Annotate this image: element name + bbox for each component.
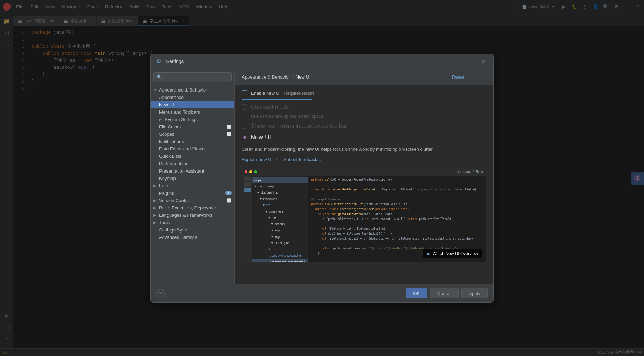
breadcrumb-separator: › [292, 74, 293, 80]
tree-label-new-ui: New UI [159, 102, 174, 107]
breadcrumb-current: New UI [296, 74, 311, 80]
tree-item-presentation-assistant[interactable]: Presentation Assistant [151, 167, 234, 175]
page-icon-file-colors: ⬜ [227, 125, 232, 129]
content-header: Appearance & Behavior › New UI Reset ← → [235, 69, 493, 85]
tree-item-menus-toolbars[interactable]: Menus and Toolbars [151, 108, 234, 116]
tree-label-presentation: Presentation Assistant [159, 168, 204, 174]
settings-dialog-icon: ⚙ [156, 58, 163, 65]
breadcrumb-parent: Appearance & Behavior [242, 74, 290, 80]
preview-toolbar: IDEA ◀ ▶ ⋮ 🔍 ⚙ [242, 168, 486, 176]
settings-tree-scroll[interactable]: ▼ Appearance & Behavior Appearance New U… [151, 85, 234, 284]
expand-build-icon: ▶ [153, 206, 158, 210]
tree-item-build-exec[interactable]: ▶ Build, Execution, Deployment [151, 204, 234, 211]
tree-item-appearance[interactable]: Appearance [151, 94, 234, 101]
settings-tree-panel: 🔍 ▼ Appearance & Behavior Appearance New… [151, 69, 235, 284]
page-icon-vc: ⬜ [227, 198, 232, 203]
enable-new-ui-checkbox[interactable] [242, 90, 247, 96]
tree-label-editor: Editor [159, 183, 171, 188]
tree-label-path-variables: Path Variables [159, 161, 189, 166]
settings-dialog: ⚙ Settings ✕ 🔍 ▼ Appearance & Behavior A… [150, 54, 494, 303]
tree-label-menus: Menus and Toolbars [159, 109, 200, 115]
tree-label-data-editor: Data Editor and Viewer [159, 146, 206, 152]
tree-item-data-editor[interactable]: Data Editor and Viewer [151, 145, 234, 153]
compact-mode-checkbox[interactable] [242, 104, 247, 110]
dot-yellow [249, 170, 252, 173]
tree-item-settings-sync[interactable]: Settings Sync [151, 226, 234, 234]
tree-item-version-control[interactable]: ▶ Version Control ⬜ [151, 197, 234, 204]
expand-editor-icon: ▶ [153, 184, 158, 188]
tree-label-file-colors: File Colors [159, 124, 181, 129]
tree-item-keymap[interactable]: Keymap [151, 175, 234, 182]
tree-label: Appearance & Behavior [159, 87, 207, 93]
compact-mode-row: Compact mode [242, 104, 486, 110]
play-icon: ▶ [427, 251, 430, 256]
tree-item-advanced-settings[interactable]: Advanced Settings [151, 234, 234, 241]
apply-button[interactable]: Apply [461, 288, 488, 298]
compact-mode-desc: UI elements take up less screen space [251, 114, 323, 119]
settings-search-box[interactable]: 🔍 [153, 72, 232, 82]
expand-system-icon: ▶ [159, 117, 163, 121]
enable-new-ui-row: Enable new UI Requires restart [242, 90, 486, 96]
tree-label-settings-sync: Settings Sync [159, 227, 187, 233]
tree-item-file-colors[interactable]: File Colors ⬜ [151, 123, 234, 130]
help-button[interactable]: ? [156, 289, 165, 297]
content-body: Enable new UI Requires restart Compact m… [235, 85, 493, 284]
dot-red [245, 170, 247, 173]
reset-button[interactable]: Reset [452, 74, 464, 80]
new-ui-links: Explore new UI ↗ Submit feedback... [242, 157, 486, 162]
expand-lang-icon: ▶ [153, 213, 158, 217]
cancel-button[interactable]: Cancel [430, 288, 459, 298]
expand-vc-icon: ▶ [153, 199, 158, 202]
requires-restart-label: Requires restart [284, 91, 314, 96]
show-menu-checkbox[interactable] [242, 123, 247, 129]
tree-label-system: System Settings [165, 117, 198, 122]
expand-tools-icon: ▶ [153, 221, 158, 224]
watch-video-button[interactable]: ▶ Watch New UI Overview [423, 249, 482, 258]
tree-label-advanced: Advanced Settings [159, 235, 197, 240]
enable-new-ui-label: Enable new UI [251, 90, 281, 96]
tree-label-notifications: Notifications [159, 139, 184, 144]
expand-icon: ▼ [153, 88, 158, 92]
breadcrumb: Appearance & Behavior › New UI [242, 74, 310, 80]
nav-forward-button[interactable]: → [478, 73, 486, 81]
new-ui-description: Clean and modern-looking, the new UI hel… [242, 146, 486, 153]
tree-item-notifications[interactable]: Notifications [151, 138, 234, 145]
tree-item-new-ui[interactable]: New UI [151, 101, 234, 108]
tree-label-scopes: Scopes [159, 132, 174, 137]
preview-toolbar-label: IDEA ◀ ▶ ⋮ 🔍 ⚙ [457, 170, 484, 174]
new-ui-section: ✦ New UI Clean and modern-looking, the n… [242, 133, 486, 263]
show-menu-row: Show main menu in a separate toolbar [242, 123, 486, 129]
tree-label-build: Build, Execution, Deployment [159, 205, 219, 210]
tree-item-tools[interactable]: ▶ Tools [151, 219, 234, 226]
nav-back-button[interactable]: ← [467, 73, 475, 81]
dialog-body: 🔍 ▼ Appearance & Behavior Appearance New… [151, 69, 493, 284]
dialog-footer: ? OK Cancel Apply [151, 284, 493, 302]
tree-item-quick-lists[interactable]: Quick Lists [151, 153, 234, 160]
submit-feedback-link[interactable]: Submit feedback... [283, 157, 321, 162]
dialog-close-button[interactable]: ✕ [479, 57, 488, 66]
explore-new-ui-link[interactable]: Explore new UI ↗ [242, 157, 278, 162]
watch-label: Watch New UI Overview [432, 251, 478, 256]
tree-item-system-settings[interactable]: ▶ System Settings [151, 116, 234, 123]
settings-search-input[interactable] [164, 74, 228, 80]
dot-green [254, 170, 257, 173]
tree-label-keymap: Keymap [159, 176, 176, 181]
ok-button[interactable]: OK [406, 288, 427, 298]
tree-label-languages: Languages & Frameworks [159, 213, 212, 218]
tree-item-languages[interactable]: ▶ Languages & Frameworks [151, 211, 234, 219]
tree-item-appearance-behavior[interactable]: ▼ Appearance & Behavior [151, 86, 234, 94]
page-icon-scopes: ⬜ [227, 132, 232, 136]
tree-label-appearance: Appearance [159, 95, 184, 100]
compact-mode-label: Compact mode [251, 104, 289, 110]
new-ui-preview: IDEA ◀ ▶ ⋮ 🔍 ⚙ Project [242, 168, 486, 262]
tree-item-scopes[interactable]: Scopes ⬜ [151, 130, 234, 138]
tree-item-path-variables[interactable]: Path Variables [151, 160, 234, 167]
show-menu-label: Show main menu in a separate toolbar [251, 123, 347, 129]
tree-label-plugins: Plugins [159, 190, 174, 196]
preview-file-tree: Project ▼ platform-api ▼ platform-imp ▼ … [252, 176, 308, 262]
tree-item-editor[interactable]: ▶ Editor [151, 182, 234, 189]
tree-label-tools: Tools [159, 220, 170, 225]
new-ui-title-row: ✦ New UI [242, 133, 486, 142]
section-divider [242, 99, 312, 100]
tree-item-plugins[interactable]: Plugins 1 [151, 189, 234, 197]
